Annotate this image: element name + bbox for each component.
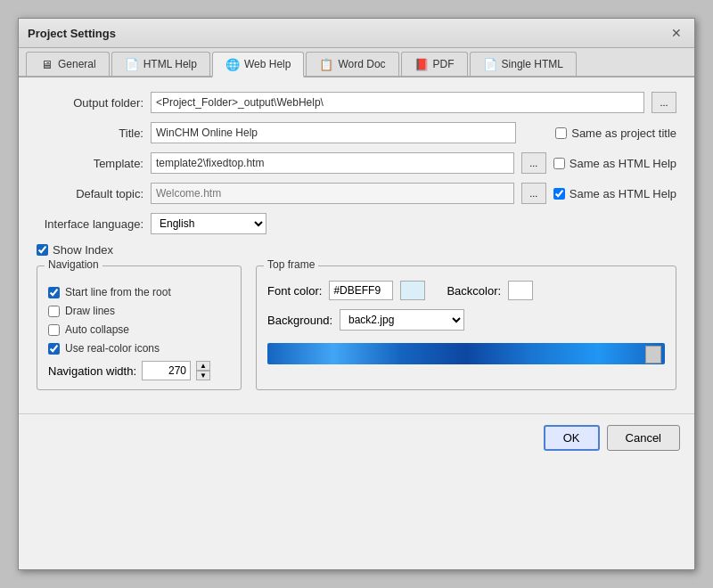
single-html-icon: 📄 — [483, 57, 497, 71]
template-row: Template: ... Same as HTML Help — [37, 152, 676, 174]
same-as-html-help-template-checkbox[interactable] — [553, 158, 565, 169]
output-folder-input[interactable] — [151, 92, 644, 113]
output-folder-row: Output folder: ... — [37, 92, 676, 113]
top-frame-group-title: Top frame — [264, 258, 318, 271]
draw-lines-row: Draw lines — [48, 305, 230, 317]
font-color-swatch[interactable] — [400, 281, 425, 300]
default-topic-input[interactable] — [151, 183, 514, 204]
start-line-row: Start line from the root — [48, 286, 230, 298]
same-as-project-title-checkbox[interactable] — [555, 127, 567, 139]
background-row: Background: back2.jpg back1.jpg none — [267, 309, 665, 331]
tab-web-help[interactable]: 🌐 Web Help — [212, 52, 304, 78]
default-topic-browse-button[interactable]: ... — [521, 183, 546, 204]
font-color-input[interactable] — [329, 281, 393, 300]
backcolor-label: Backcolor: — [447, 284, 501, 298]
window-title: Project Settings — [28, 27, 116, 40]
use-real-color-icons-label: Use real-color icons — [65, 342, 160, 355]
auto-collapse-row: Auto collapse — [48, 323, 230, 336]
navigation-group-title: Navigation — [45, 258, 102, 271]
start-line-label: Start line from the root — [65, 286, 171, 298]
output-folder-browse-button[interactable]: ... — [652, 92, 676, 113]
template-browse-button[interactable]: ... — [521, 152, 546, 174]
top-frame-content: Font color: Backcolor: Background: back2… — [267, 275, 665, 364]
tab-html-help[interactable]: 📄 HTML Help — [111, 52, 210, 76]
draw-lines-checkbox[interactable] — [48, 306, 60, 317]
title-input[interactable] — [151, 122, 516, 143]
same-as-html-help-topic-label[interactable]: Same as HTML Help — [553, 187, 676, 200]
template-label: Template: — [37, 157, 143, 170]
tab-pdf[interactable]: 📕 PDF — [401, 52, 468, 76]
title-label: Title: — [37, 127, 143, 140]
show-index-label[interactable]: Show Index — [37, 243, 113, 257]
font-color-row: Font color: Backcolor: — [267, 281, 665, 300]
use-real-color-icons-checkbox[interactable] — [48, 343, 60, 355]
backcolor-swatch[interactable] — [508, 281, 533, 300]
top-frame-group: Top frame Font color: Backcolor: Backgro… — [256, 265, 676, 390]
navigation-group: Navigation Start line from the root Draw… — [37, 265, 242, 390]
tab-word-doc[interactable]: 📋 Word Doc — [306, 52, 398, 76]
auto-collapse-checkbox[interactable] — [48, 324, 60, 336]
web-help-icon: 🌐 — [225, 57, 240, 71]
main-content: Output folder: ... Title: Same as projec… — [19, 78, 694, 404]
default-topic-label: Default topic: — [37, 187, 143, 200]
interface-language-row: Interface language: English German Frenc… — [37, 213, 676, 234]
output-folder-label: Output folder: — [37, 96, 143, 110]
interface-language-label: Interface language: — [37, 217, 143, 231]
draw-lines-label: Draw lines — [65, 305, 115, 317]
tab-general[interactable]: 🖥 General — [26, 52, 110, 76]
cancel-button[interactable]: Cancel — [607, 425, 680, 451]
nav-width-input[interactable] — [142, 361, 191, 380]
nav-width-row: Navigation width: ▲ ▼ — [48, 361, 230, 380]
project-settings-window: Project Settings ✕ 🖥 General 📄 HTML Help… — [18, 18, 695, 570]
interface-language-select[interactable]: English German French Spanish Chinese — [151, 213, 266, 234]
nav-width-label: Navigation width: — [48, 364, 136, 378]
panels-row: Navigation Start line from the root Draw… — [37, 265, 676, 390]
ok-button[interactable]: OK — [544, 425, 600, 451]
start-line-checkbox[interactable] — [48, 287, 60, 298]
tab-bar: 🖥 General 📄 HTML Help 🌐 Web Help 📋 Word … — [19, 48, 694, 78]
use-real-color-icons-row: Use real-color icons — [48, 342, 230, 355]
background-preview — [267, 343, 665, 364]
same-as-html-help-topic-checkbox[interactable] — [553, 188, 565, 200]
general-icon: 🖥 — [39, 57, 53, 71]
show-index-row: Show Index — [37, 243, 676, 257]
html-help-icon: 📄 — [125, 57, 139, 71]
close-button[interactable]: ✕ — [668, 24, 685, 42]
nav-width-up-button[interactable]: ▲ — [196, 361, 210, 371]
buttons-row: OK Cancel — [19, 413, 694, 461]
same-as-html-help-template-label[interactable]: Same as HTML Help — [553, 157, 676, 170]
background-select[interactable]: back2.jpg back1.jpg none — [340, 309, 464, 331]
font-color-label: Font color: — [267, 284, 322, 298]
tab-single-html[interactable]: 📄 Single HTML — [470, 52, 577, 76]
nav-width-down-button[interactable]: ▼ — [196, 371, 210, 380]
show-index-checkbox[interactable] — [37, 244, 48, 256]
title-bar: Project Settings ✕ — [19, 19, 694, 48]
same-as-project-title-label[interactable]: Same as project title — [555, 127, 676, 140]
default-topic-row: Default topic: ... Same as HTML Help — [37, 183, 676, 204]
word-doc-icon: 📋 — [319, 57, 333, 71]
background-label: Background: — [267, 314, 332, 327]
title-row: Title: Same as project title — [37, 122, 676, 143]
pdf-icon: 📕 — [414, 57, 429, 71]
template-input[interactable] — [151, 152, 514, 174]
nav-width-spinner[interactable]: ▲ ▼ — [196, 361, 210, 380]
auto-collapse-label: Auto collapse — [65, 323, 129, 336]
